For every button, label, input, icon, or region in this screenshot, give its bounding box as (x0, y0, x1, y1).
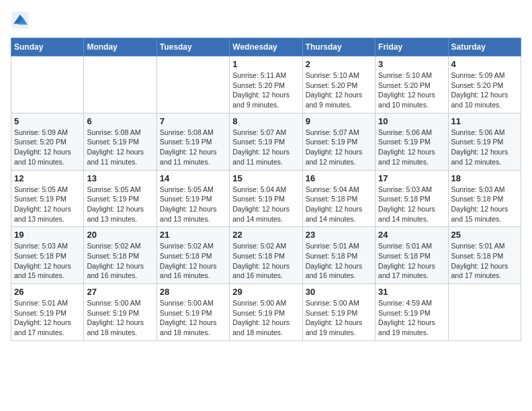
day-number: 14 (160, 173, 226, 183)
day-number: 17 (378, 173, 445, 183)
calendar-cell: 16Sunrise: 5:04 AM Sunset: 5:18 PM Dayli… (302, 170, 375, 227)
day-number: 30 (306, 287, 372, 297)
day-number: 24 (378, 230, 445, 240)
calendar-cell (11, 56, 84, 113)
day-info: Sunrise: 5:07 AM Sunset: 5:19 PM Dayligh… (232, 128, 299, 167)
day-info: Sunrise: 5:02 AM Sunset: 5:18 PM Dayligh… (232, 241, 299, 281)
calendar-cell: 26Sunrise: 5:01 AM Sunset: 5:19 PM Dayli… (11, 284, 84, 341)
calendar-body: 1Sunrise: 5:11 AM Sunset: 5:20 PM Daylig… (11, 56, 521, 341)
calendar-week-1: 1Sunrise: 5:11 AM Sunset: 5:20 PM Daylig… (11, 56, 521, 113)
day-number: 9 (306, 116, 372, 126)
calendar-cell: 2Sunrise: 5:10 AM Sunset: 5:20 PM Daylig… (302, 56, 375, 113)
calendar-cell: 23Sunrise: 5:01 AM Sunset: 5:18 PM Dayli… (302, 227, 375, 284)
day-number: 21 (160, 230, 226, 240)
calendar-cell: 18Sunrise: 5:03 AM Sunset: 5:18 PM Dayli… (448, 170, 521, 227)
day-info: Sunrise: 5:08 AM Sunset: 5:19 PM Dayligh… (87, 128, 153, 167)
day-number: 12 (14, 173, 81, 183)
day-info: Sunrise: 5:01 AM Sunset: 5:19 PM Dayligh… (14, 298, 81, 338)
day-number: 4 (451, 59, 518, 69)
weekday-wednesday: Wednesday (230, 38, 302, 56)
page-header (11, 11, 521, 30)
calendar-cell: 29Sunrise: 5:00 AM Sunset: 5:19 PM Dayli… (230, 284, 302, 341)
calendar-cell: 22Sunrise: 5:02 AM Sunset: 5:18 PM Dayli… (230, 227, 302, 284)
weekday-sunday: Sunday (11, 38, 84, 56)
day-info: Sunrise: 5:05 AM Sunset: 5:19 PM Dayligh… (87, 185, 153, 224)
day-info: Sunrise: 5:08 AM Sunset: 5:19 PM Dayligh… (160, 128, 226, 167)
logo (11, 11, 31, 30)
calendar-cell: 9Sunrise: 5:07 AM Sunset: 5:19 PM Daylig… (302, 113, 375, 170)
day-info: Sunrise: 5:00 AM Sunset: 5:19 PM Dayligh… (160, 298, 226, 338)
day-info: Sunrise: 5:06 AM Sunset: 5:19 PM Dayligh… (378, 128, 445, 167)
calendar-cell: 10Sunrise: 5:06 AM Sunset: 5:19 PM Dayli… (375, 113, 448, 170)
day-number: 5 (14, 116, 81, 126)
day-number: 13 (87, 173, 153, 183)
day-number: 2 (306, 59, 372, 69)
weekday-friday: Friday (375, 38, 448, 56)
day-number: 19 (14, 230, 81, 240)
calendar-cell: 19Sunrise: 5:03 AM Sunset: 5:18 PM Dayli… (11, 227, 84, 284)
calendar-cell: 20Sunrise: 5:02 AM Sunset: 5:18 PM Dayli… (84, 227, 157, 284)
calendar-cell: 17Sunrise: 5:03 AM Sunset: 5:18 PM Dayli… (375, 170, 448, 227)
calendar-cell: 4Sunrise: 5:09 AM Sunset: 5:20 PM Daylig… (448, 56, 521, 113)
calendar-cell: 7Sunrise: 5:08 AM Sunset: 5:19 PM Daylig… (157, 113, 229, 170)
day-number: 25 (451, 230, 518, 240)
calendar-table: SundayMondayTuesdayWednesdayThursdayFrid… (11, 38, 521, 341)
day-number: 1 (232, 59, 299, 69)
day-number: 22 (232, 230, 299, 240)
calendar-cell: 30Sunrise: 5:00 AM Sunset: 5:19 PM Dayli… (302, 284, 375, 341)
day-number: 26 (14, 287, 81, 297)
calendar-cell: 13Sunrise: 5:05 AM Sunset: 5:19 PM Dayli… (84, 170, 157, 227)
day-number: 6 (87, 116, 153, 126)
day-number: 20 (87, 230, 153, 240)
calendar-cell: 21Sunrise: 5:02 AM Sunset: 5:18 PM Dayli… (157, 227, 229, 284)
day-info: Sunrise: 5:01 AM Sunset: 5:18 PM Dayligh… (378, 241, 445, 281)
day-number: 18 (451, 173, 518, 183)
day-info: Sunrise: 5:05 AM Sunset: 5:19 PM Dayligh… (160, 185, 226, 224)
calendar-cell: 25Sunrise: 5:01 AM Sunset: 5:18 PM Dayli… (448, 227, 521, 284)
day-number: 3 (378, 59, 445, 69)
calendar-cell: 1Sunrise: 5:11 AM Sunset: 5:20 PM Daylig… (230, 56, 302, 113)
day-number: 16 (306, 173, 372, 183)
day-info: Sunrise: 5:00 AM Sunset: 5:19 PM Dayligh… (232, 298, 299, 338)
day-info: Sunrise: 5:03 AM Sunset: 5:18 PM Dayligh… (14, 241, 81, 281)
day-number: 11 (451, 116, 518, 126)
weekday-header-row: SundayMondayTuesdayWednesdayThursdayFrid… (11, 38, 521, 56)
day-number: 31 (378, 287, 445, 297)
calendar-cell (84, 56, 157, 113)
calendar-cell: 11Sunrise: 5:06 AM Sunset: 5:19 PM Dayli… (448, 113, 521, 170)
day-info: Sunrise: 5:04 AM Sunset: 5:18 PM Dayligh… (306, 185, 372, 224)
day-number: 23 (306, 230, 372, 240)
calendar-week-5: 26Sunrise: 5:01 AM Sunset: 5:19 PM Dayli… (11, 284, 521, 341)
calendar-week-2: 5Sunrise: 5:09 AM Sunset: 5:20 PM Daylig… (11, 113, 521, 170)
day-number: 8 (232, 116, 299, 126)
day-info: Sunrise: 5:01 AM Sunset: 5:18 PM Dayligh… (451, 241, 518, 281)
day-info: Sunrise: 5:03 AM Sunset: 5:18 PM Dayligh… (378, 185, 445, 224)
day-info: Sunrise: 5:00 AM Sunset: 5:19 PM Dayligh… (87, 298, 153, 338)
day-number: 7 (160, 116, 226, 126)
weekday-tuesday: Tuesday (157, 38, 229, 56)
calendar-cell: 28Sunrise: 5:00 AM Sunset: 5:19 PM Dayli… (157, 284, 229, 341)
day-number: 27 (87, 287, 153, 297)
day-info: Sunrise: 5:04 AM Sunset: 5:19 PM Dayligh… (232, 185, 299, 224)
day-info: Sunrise: 5:05 AM Sunset: 5:19 PM Dayligh… (14, 185, 81, 224)
calendar-cell: 14Sunrise: 5:05 AM Sunset: 5:19 PM Dayli… (157, 170, 229, 227)
day-number: 10 (378, 116, 445, 126)
weekday-saturday: Saturday (448, 38, 521, 56)
calendar-cell: 31Sunrise: 4:59 AM Sunset: 5:19 PM Dayli… (375, 284, 448, 341)
day-info: Sunrise: 5:10 AM Sunset: 5:20 PM Dayligh… (306, 71, 372, 110)
calendar-cell (448, 284, 521, 341)
day-info: Sunrise: 5:01 AM Sunset: 5:18 PM Dayligh… (306, 241, 372, 281)
calendar-cell: 27Sunrise: 5:00 AM Sunset: 5:19 PM Dayli… (84, 284, 157, 341)
day-info: Sunrise: 5:11 AM Sunset: 5:20 PM Dayligh… (232, 71, 299, 110)
day-info: Sunrise: 5:03 AM Sunset: 5:18 PM Dayligh… (451, 185, 518, 224)
calendar-cell: 5Sunrise: 5:09 AM Sunset: 5:20 PM Daylig… (11, 113, 84, 170)
calendar-cell: 15Sunrise: 5:04 AM Sunset: 5:19 PM Dayli… (230, 170, 302, 227)
calendar-week-4: 19Sunrise: 5:03 AM Sunset: 5:18 PM Dayli… (11, 227, 521, 284)
day-number: 28 (160, 287, 226, 297)
day-info: Sunrise: 5:06 AM Sunset: 5:19 PM Dayligh… (451, 128, 518, 167)
day-number: 29 (232, 287, 299, 297)
weekday-thursday: Thursday (302, 38, 375, 56)
calendar-week-3: 12Sunrise: 5:05 AM Sunset: 5:19 PM Dayli… (11, 170, 521, 227)
calendar-cell (157, 56, 229, 113)
calendar-cell: 3Sunrise: 5:10 AM Sunset: 5:20 PM Daylig… (375, 56, 448, 113)
